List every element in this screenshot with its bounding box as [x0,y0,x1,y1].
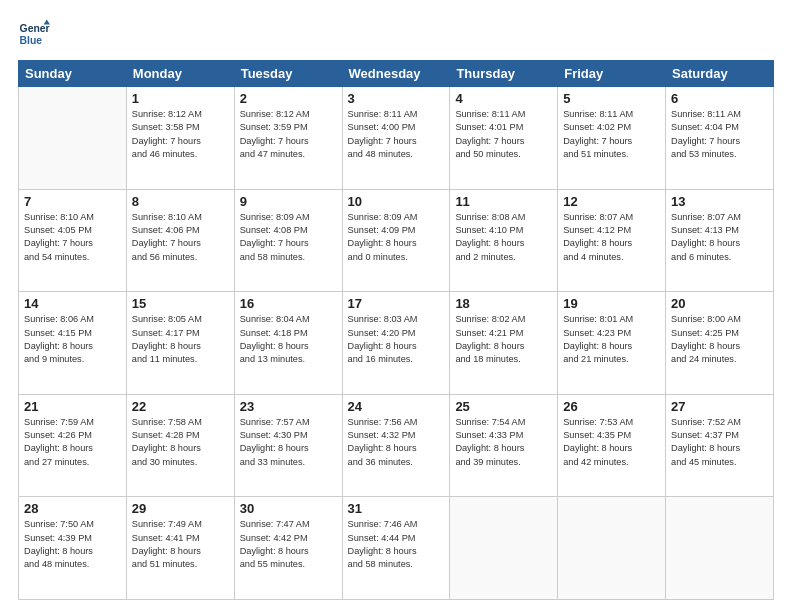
calendar-cell: 7Sunrise: 8:10 AMSunset: 4:05 PMDaylight… [19,189,127,292]
calendar-header-sunday: Sunday [19,61,127,87]
calendar-cell: 26Sunrise: 7:53 AMSunset: 4:35 PMDayligh… [558,394,666,497]
day-number: 2 [240,91,337,106]
day-number: 31 [348,501,445,516]
calendar-cell: 13Sunrise: 8:07 AMSunset: 4:13 PMDayligh… [666,189,774,292]
calendar-cell: 19Sunrise: 8:01 AMSunset: 4:23 PMDayligh… [558,292,666,395]
day-number: 13 [671,194,768,209]
day-number: 3 [348,91,445,106]
calendar-cell: 25Sunrise: 7:54 AMSunset: 4:33 PMDayligh… [450,394,558,497]
day-number: 30 [240,501,337,516]
calendar-cell: 8Sunrise: 8:10 AMSunset: 4:06 PMDaylight… [126,189,234,292]
day-info: Sunrise: 7:54 AMSunset: 4:33 PMDaylight:… [455,416,552,469]
logo: General Blue [18,18,50,50]
day-info: Sunrise: 8:10 AMSunset: 4:05 PMDaylight:… [24,211,121,264]
calendar-cell: 2Sunrise: 8:12 AMSunset: 3:59 PMDaylight… [234,87,342,190]
day-info: Sunrise: 7:52 AMSunset: 4:37 PMDaylight:… [671,416,768,469]
day-info: Sunrise: 8:12 AMSunset: 3:58 PMDaylight:… [132,108,229,161]
page: General Blue SundayMondayTuesdayWednesda… [0,0,792,612]
day-number: 9 [240,194,337,209]
day-number: 4 [455,91,552,106]
calendar-week-row: 21Sunrise: 7:59 AMSunset: 4:26 PMDayligh… [19,394,774,497]
day-number: 28 [24,501,121,516]
day-info: Sunrise: 8:11 AMSunset: 4:02 PMDaylight:… [563,108,660,161]
header: General Blue [18,18,774,50]
calendar-cell: 12Sunrise: 8:07 AMSunset: 4:12 PMDayligh… [558,189,666,292]
day-info: Sunrise: 8:09 AMSunset: 4:09 PMDaylight:… [348,211,445,264]
svg-text:General: General [20,23,50,34]
day-info: Sunrise: 7:53 AMSunset: 4:35 PMDaylight:… [563,416,660,469]
calendar-week-row: 7Sunrise: 8:10 AMSunset: 4:05 PMDaylight… [19,189,774,292]
calendar-cell: 20Sunrise: 8:00 AMSunset: 4:25 PMDayligh… [666,292,774,395]
day-info: Sunrise: 8:02 AMSunset: 4:21 PMDaylight:… [455,313,552,366]
calendar-cell: 4Sunrise: 8:11 AMSunset: 4:01 PMDaylight… [450,87,558,190]
calendar-header-tuesday: Tuesday [234,61,342,87]
day-info: Sunrise: 8:03 AMSunset: 4:20 PMDaylight:… [348,313,445,366]
calendar-cell: 29Sunrise: 7:49 AMSunset: 4:41 PMDayligh… [126,497,234,600]
calendar-header-friday: Friday [558,61,666,87]
calendar-header-monday: Monday [126,61,234,87]
day-number: 12 [563,194,660,209]
day-number: 24 [348,399,445,414]
day-number: 10 [348,194,445,209]
calendar-cell: 9Sunrise: 8:09 AMSunset: 4:08 PMDaylight… [234,189,342,292]
calendar-cell: 18Sunrise: 8:02 AMSunset: 4:21 PMDayligh… [450,292,558,395]
day-info: Sunrise: 7:47 AMSunset: 4:42 PMDaylight:… [240,518,337,571]
calendar-header-saturday: Saturday [666,61,774,87]
calendar-cell: 14Sunrise: 8:06 AMSunset: 4:15 PMDayligh… [19,292,127,395]
day-number: 6 [671,91,768,106]
day-number: 29 [132,501,229,516]
day-info: Sunrise: 8:11 AMSunset: 4:01 PMDaylight:… [455,108,552,161]
svg-marker-2 [44,20,50,25]
day-number: 23 [240,399,337,414]
calendar-cell: 1Sunrise: 8:12 AMSunset: 3:58 PMDaylight… [126,87,234,190]
calendar-cell: 17Sunrise: 8:03 AMSunset: 4:20 PMDayligh… [342,292,450,395]
calendar-cell: 22Sunrise: 7:58 AMSunset: 4:28 PMDayligh… [126,394,234,497]
day-info: Sunrise: 8:09 AMSunset: 4:08 PMDaylight:… [240,211,337,264]
day-info: Sunrise: 8:07 AMSunset: 4:13 PMDaylight:… [671,211,768,264]
day-info: Sunrise: 8:12 AMSunset: 3:59 PMDaylight:… [240,108,337,161]
day-number: 16 [240,296,337,311]
day-number: 7 [24,194,121,209]
calendar-cell [558,497,666,600]
calendar-header-row: SundayMondayTuesdayWednesdayThursdayFrid… [19,61,774,87]
day-number: 21 [24,399,121,414]
calendar-table: SundayMondayTuesdayWednesdayThursdayFrid… [18,60,774,600]
calendar-cell: 27Sunrise: 7:52 AMSunset: 4:37 PMDayligh… [666,394,774,497]
day-info: Sunrise: 7:56 AMSunset: 4:32 PMDaylight:… [348,416,445,469]
day-info: Sunrise: 8:11 AMSunset: 4:00 PMDaylight:… [348,108,445,161]
calendar-cell [666,497,774,600]
calendar-cell: 15Sunrise: 8:05 AMSunset: 4:17 PMDayligh… [126,292,234,395]
calendar-cell: 21Sunrise: 7:59 AMSunset: 4:26 PMDayligh… [19,394,127,497]
day-number: 8 [132,194,229,209]
day-number: 20 [671,296,768,311]
day-info: Sunrise: 7:57 AMSunset: 4:30 PMDaylight:… [240,416,337,469]
calendar-cell: 5Sunrise: 8:11 AMSunset: 4:02 PMDaylight… [558,87,666,190]
day-number: 14 [24,296,121,311]
day-number: 27 [671,399,768,414]
calendar-week-row: 28Sunrise: 7:50 AMSunset: 4:39 PMDayligh… [19,497,774,600]
day-info: Sunrise: 8:00 AMSunset: 4:25 PMDaylight:… [671,313,768,366]
day-number: 11 [455,194,552,209]
day-info: Sunrise: 8:08 AMSunset: 4:10 PMDaylight:… [455,211,552,264]
calendar-cell: 23Sunrise: 7:57 AMSunset: 4:30 PMDayligh… [234,394,342,497]
day-number: 22 [132,399,229,414]
day-info: Sunrise: 7:59 AMSunset: 4:26 PMDaylight:… [24,416,121,469]
calendar-cell: 10Sunrise: 8:09 AMSunset: 4:09 PMDayligh… [342,189,450,292]
calendar-cell: 11Sunrise: 8:08 AMSunset: 4:10 PMDayligh… [450,189,558,292]
calendar-cell: 6Sunrise: 8:11 AMSunset: 4:04 PMDaylight… [666,87,774,190]
day-number: 25 [455,399,552,414]
calendar-cell: 24Sunrise: 7:56 AMSunset: 4:32 PMDayligh… [342,394,450,497]
day-number: 26 [563,399,660,414]
day-info: Sunrise: 8:10 AMSunset: 4:06 PMDaylight:… [132,211,229,264]
calendar-header-wednesday: Wednesday [342,61,450,87]
calendar-week-row: 1Sunrise: 8:12 AMSunset: 3:58 PMDaylight… [19,87,774,190]
calendar-cell: 3Sunrise: 8:11 AMSunset: 4:00 PMDaylight… [342,87,450,190]
day-info: Sunrise: 8:05 AMSunset: 4:17 PMDaylight:… [132,313,229,366]
calendar-cell [450,497,558,600]
day-number: 15 [132,296,229,311]
day-info: Sunrise: 8:11 AMSunset: 4:04 PMDaylight:… [671,108,768,161]
calendar-cell: 16Sunrise: 8:04 AMSunset: 4:18 PMDayligh… [234,292,342,395]
day-info: Sunrise: 7:58 AMSunset: 4:28 PMDaylight:… [132,416,229,469]
day-info: Sunrise: 8:01 AMSunset: 4:23 PMDaylight:… [563,313,660,366]
calendar-header-thursday: Thursday [450,61,558,87]
